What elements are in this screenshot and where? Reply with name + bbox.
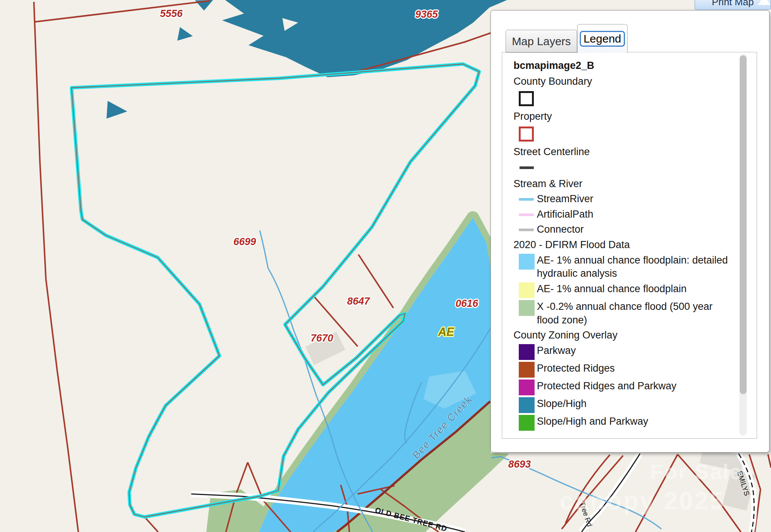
legend-item: AE- 1% annual chance floodplain: detaile… [513,254,734,280]
legend-item: AE- 1% annual chance floodplain [513,282,734,298]
legend-item-swatch-box [513,282,537,298]
legend-item: Parkway [513,344,734,360]
legend-item-label: Parkway [537,344,734,358]
tab-legend-label: Legend [580,31,625,47]
legend-item: Connector [513,223,734,236]
legend-item-label: Slope/High [537,397,734,411]
legend-swatch-line [520,166,534,169]
legend-swatch-square [519,300,535,316]
legend-swatch-square-outline [519,127,534,142]
map-viewer: 5556936566998647767006168693 AE Bee Tree… [0,0,771,532]
legend-section-heading: County Boundary [513,75,734,88]
legend-item-swatch-box [513,362,537,378]
legend-item: ArtificialPath [513,208,734,221]
legend-content[interactable]: bcmapimage2_B County BoundaryPropertyStr… [502,52,757,439]
legend-section-heading: County Zoning Overlay [513,329,734,342]
legend-item-swatch-box [513,344,537,360]
print-map-button-label: Print Map [712,0,754,8]
legend-swatch-square [519,254,535,270]
legend-item-label: Protected Ridges and Parkway [537,380,734,393]
legend-section-heading: 2020 - DFIRM Flood Data [513,238,734,252]
legend-list: bcmapimage2_B County BoundaryPropertyStr… [502,52,757,436]
tab-legend[interactable]: Legend [577,24,628,53]
legend-item-label: ArtificialPath [537,208,734,221]
legend-item: Protected Ridges and Parkway [513,380,734,395]
legend-item-swatch-box [513,254,537,270]
legend-section-heading: Street Centerline [513,145,734,159]
legend-item-label: AE- 1% annual chance floodplain [537,282,734,296]
legend-item-label: StreamRiver [537,192,734,206]
legend-item-swatch-box [513,208,537,216]
legend-swatch-square [519,380,535,395]
legend-section-heading: Property [513,110,734,123]
legend-item-swatch-box [513,415,537,431]
legend-item: StreamRiver [513,192,734,206]
legend-item-label: Slope/High and Parkway [537,415,734,428]
legend-scrollbar-thumb[interactable] [740,55,747,394]
legend-item-label: AE- 1% annual chance floodplain: detaile… [537,254,734,280]
legend-item-swatch-box [513,397,537,413]
legend-item-swatch-box [513,380,537,395]
legend-swatch-line [519,229,534,231]
legend-swatch-line [519,198,534,201]
legend-swatch-square [519,362,535,378]
legend-item: Protected Ridges [513,362,734,378]
print-map-button[interactable]: Print Map [695,0,771,10]
legend-swatch-square [519,397,535,413]
legend-layer-title: bcmapimage2_B [513,59,734,73]
callout-arrow-icon [758,0,771,5]
legend-scrollbar[interactable] [739,54,747,436]
legend-swatch-line [519,213,534,216]
legend-item: Slope/High [513,397,734,413]
legend-item: X -0.2% annual chance flood (500 year fl… [513,300,734,327]
legend-item-swatch-box [513,223,537,231]
tab-map-layers-label: Map Layers [512,35,571,48]
legend-item-swatch-box [513,300,537,316]
legend-swatch-square-outline [519,91,534,106]
legend-swatch-square [519,415,535,431]
legend-item-label: X -0.2% annual chance flood (500 year fl… [537,300,734,327]
legend-section-heading: Stream & River [513,177,734,191]
legend-item-swatch-box [513,192,537,201]
legend-item-label: Protected Ridges [537,362,734,375]
legend-item-label: Connector [537,223,734,236]
legend-swatch-square [519,282,535,298]
legend-item: Slope/High and Parkway [513,415,734,431]
tab-map-layers[interactable]: Map Layers [506,30,577,53]
map-layers-legend-panel: Map Layers Legend bcmapimage2_B County B… [491,10,769,453]
legend-swatch-square [519,344,535,360]
